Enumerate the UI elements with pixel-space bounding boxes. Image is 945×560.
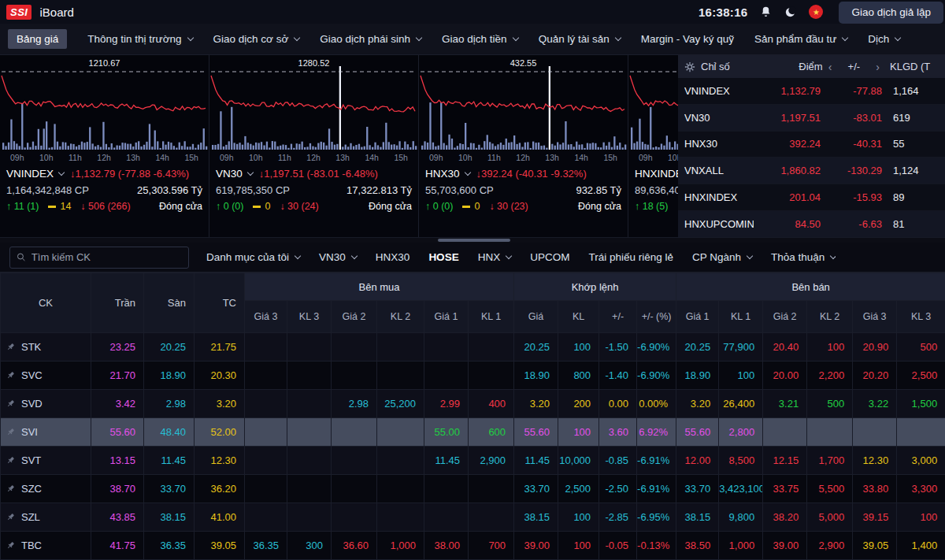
buy-price-1[interactable] <box>424 503 469 532</box>
index-name-dropdown[interactable]: HNXINDEX <box>635 168 678 180</box>
stock-row-SVD[interactable]: SVD3.422.983.202.9825,2002.994003.202000… <box>1 390 945 418</box>
nav-item-5[interactable]: Quản lý tài sản <box>539 33 621 45</box>
sell-volume-2[interactable] <box>807 418 853 447</box>
col-header-match-3[interactable]: +/- <box>599 301 637 333</box>
settings-gear-icon[interactable] <box>684 61 695 72</box>
next-column-icon[interactable]: › <box>876 61 880 73</box>
index-name-dropdown[interactable]: VNINDEX <box>6 168 64 180</box>
sell-volume-1[interactable]: 26,400 <box>719 390 763 418</box>
sell-price-2[interactable]: 33.75 <box>763 475 807 503</box>
col-header-buy-1[interactable]: Giá 3 <box>245 301 287 333</box>
col-header-match-4[interactable]: +/- (%) <box>637 301 676 333</box>
buy-volume-3[interactable] <box>287 333 332 362</box>
buy-volume-1[interactable]: 600 <box>469 418 514 447</box>
nav-item-8[interactable]: Dịch <box>868 33 900 45</box>
sell-volume-2[interactable]: 5,500 <box>807 475 853 503</box>
match-change-pct[interactable]: 0.00% <box>637 390 676 418</box>
match-volume[interactable]: 800 <box>558 362 599 390</box>
sell-price-3[interactable]: 20.90 <box>853 333 897 362</box>
nav-item-2[interactable]: Giao dịch cơ sở <box>213 33 300 45</box>
match-volume[interactable]: 100 <box>558 418 599 447</box>
sell-price-3[interactable]: 20.20 <box>853 362 897 390</box>
sell-volume-3[interactable]: 3,300 <box>897 475 945 503</box>
match-price[interactable]: 11.45 <box>514 447 558 475</box>
buy-volume-3[interactable]: 300 <box>287 532 332 560</box>
ticker-symbol[interactable]: SVC <box>21 369 43 381</box>
index-row-HNXINDEX[interactable]: HNXINDEX201.04-15.9389 <box>678 184 945 211</box>
col-header-sell-2[interactable]: KL 1 <box>719 301 763 333</box>
prev-column-icon[interactable]: ‹ <box>828 61 832 73</box>
match-volume[interactable]: 10,000 <box>558 447 599 475</box>
sell-volume-3[interactable]: 1,500 <box>897 390 945 418</box>
buy-price-1[interactable] <box>424 362 469 390</box>
match-change[interactable]: -1.40 <box>599 362 637 390</box>
ref-price[interactable]: 52.00 <box>195 418 245 447</box>
ticker-symbol[interactable]: TBC <box>21 540 42 551</box>
buy-price-2[interactable] <box>332 418 377 447</box>
buy-price-3[interactable] <box>245 447 287 475</box>
nav-item-0[interactable]: Bảng giá <box>8 29 67 49</box>
sell-price-1[interactable]: 33.70 <box>676 475 719 503</box>
ticker-symbol[interactable]: SZC <box>21 483 42 495</box>
ceiling-price[interactable]: 23.25 <box>91 333 144 362</box>
pin-icon[interactable] <box>6 513 15 521</box>
stock-row-SZC[interactable]: SZC38.7033.7036.2033.702,500-2.50-6.91%3… <box>1 475 945 503</box>
sell-price-1[interactable]: 12.00 <box>676 447 719 475</box>
match-volume[interactable]: 100 <box>558 333 599 362</box>
col-header-sell-1[interactable]: Giá 1 <box>676 301 719 333</box>
sell-price-3[interactable]: 3.22 <box>853 390 897 418</box>
buy-price-2[interactable] <box>332 475 377 503</box>
col-header-index-name[interactable]: Chỉ số <box>701 61 750 72</box>
language-flag-icon[interactable]: ★ <box>809 5 823 19</box>
match-change-pct[interactable]: -6.90% <box>637 362 676 390</box>
sell-price-2[interactable]: 20.40 <box>763 333 807 362</box>
match-volume[interactable]: 200 <box>558 390 599 418</box>
col-header-sell-6[interactable]: KL 3 <box>897 301 945 333</box>
match-change[interactable]: -1.50 <box>599 333 637 362</box>
stock-row-STK[interactable]: STK23.2520.2521.7520.25100-1.50-6.90%20.… <box>1 333 945 362</box>
ticker-symbol[interactable]: SZL <box>21 511 40 523</box>
buy-price-3[interactable] <box>245 390 287 418</box>
dark-mode-moon-icon[interactable] <box>784 6 796 18</box>
buy-price-1[interactable]: 2.99 <box>424 390 469 418</box>
sell-volume-3[interactable]: 500 <box>897 333 945 362</box>
match-price[interactable]: 33.70 <box>514 475 558 503</box>
match-volume[interactable]: 2,500 <box>558 475 599 503</box>
col-header-buy-2[interactable]: KL 3 <box>287 301 332 333</box>
buy-price-3[interactable] <box>245 475 287 503</box>
floor-price[interactable]: 48.40 <box>144 418 195 447</box>
pin-icon[interactable] <box>6 456 15 465</box>
buy-price-2[interactable] <box>332 333 377 362</box>
match-price[interactable]: 38.15 <box>514 503 558 532</box>
index-name-dropdown[interactable]: VN30 <box>216 168 253 180</box>
buy-price-1[interactable]: 38.00 <box>424 532 469 560</box>
buy-price-1[interactable]: 11.45 <box>424 447 469 475</box>
buy-volume-2[interactable] <box>377 447 424 475</box>
tab-hnx30[interactable]: HNX30 <box>376 251 410 263</box>
buy-volume-1[interactable] <box>469 503 514 532</box>
sell-volume-1[interactable]: 9,800 <box>719 503 763 532</box>
stock-row-SZL[interactable]: SZL43.8538.1541.0038.15100-2.85-6.95%38.… <box>1 503 945 532</box>
sell-volume-3[interactable] <box>897 418 945 447</box>
col-header-sell-5[interactable]: Giá 3 <box>853 301 897 333</box>
match-change[interactable]: -0.85 <box>599 447 637 475</box>
ceiling-price[interactable]: 38.70 <box>91 475 144 503</box>
tab-hnx[interactable]: HNX <box>478 251 512 263</box>
sell-price-3[interactable]: 39.15 <box>853 503 897 532</box>
sell-volume-2[interactable]: 2,200 <box>807 362 853 390</box>
col-header-ck[interactable]: CK <box>1 273 91 333</box>
nav-item-1[interactable]: Thông tin thị trường <box>87 33 192 45</box>
ref-price[interactable]: 12.30 <box>195 447 245 475</box>
stock-row-TBC[interactable]: TBC41.7536.3539.0536.3530036.601,00038.0… <box>1 532 945 560</box>
buy-price-3[interactable] <box>245 418 287 447</box>
tab-hose[interactable]: HOSE <box>428 251 458 263</box>
ref-price[interactable]: 41.00 <box>195 503 245 532</box>
ticker-symbol[interactable]: SVD <box>21 398 43 410</box>
stock-row-SVT[interactable]: SVT13.1511.4512.3011.452,90011.4510,000-… <box>1 447 945 475</box>
floor-price[interactable]: 20.25 <box>144 333 195 362</box>
match-change-pct[interactable]: -6.90% <box>637 333 676 362</box>
buy-volume-3[interactable] <box>287 503 332 532</box>
sell-price-2[interactable] <box>763 418 807 447</box>
sell-volume-1[interactable]: 2,800 <box>719 418 763 447</box>
sell-price-1[interactable]: 55.60 <box>676 418 719 447</box>
